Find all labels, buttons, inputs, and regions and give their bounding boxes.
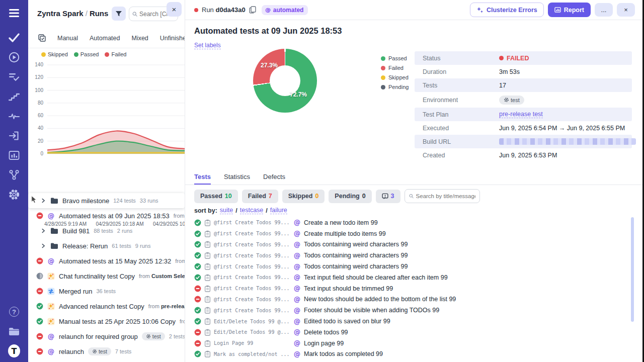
test-row[interactable]: Login Page 99@Login page 99 — [194, 338, 627, 349]
tab-tests[interactable]: Tests — [194, 173, 211, 185]
test-title[interactable]: Todos containing weird characters 99 — [304, 241, 408, 248]
test-row[interactable]: @first Create Todos 99...@Todos containi… — [194, 261, 627, 272]
tests-check-icon[interactable] — [8, 32, 20, 44]
test-plan-link[interactable]: pre-release test — [499, 111, 543, 118]
tab-unfinished[interactable]: Unfinished — [160, 35, 185, 42]
test-title[interactable]: Footer should be visible when adding TOD… — [304, 307, 439, 314]
test-row[interactable]: @first Create Todos 99...@Todos containi… — [194, 250, 627, 261]
run-list-item[interactable]: Merged run36 tests — [28, 284, 185, 299]
legend-item: Passed — [74, 51, 99, 57]
tab-defects[interactable]: Defects — [263, 173, 285, 185]
suite-name[interactable]: @first Create Todos 99... — [214, 264, 290, 269]
suite-name[interactable]: Edit/Delete Todos 99 @... — [214, 319, 290, 324]
branch-icon[interactable] — [8, 169, 20, 181]
test-title[interactable]: Delete todos 99 — [304, 329, 348, 336]
pulse-icon[interactable] — [8, 110, 20, 122]
run-folder-item[interactable]: Build 98188 tests2 runs — [28, 223, 185, 238]
suite-name[interactable]: @first Create Todos 99... — [214, 253, 290, 258]
sort-by-testcase[interactable]: testcase — [240, 207, 264, 214]
run-status-dot — [194, 8, 198, 12]
copy-run-id-icon[interactable] — [249, 6, 256, 14]
suite-name[interactable]: @first Create Todos 99... — [214, 275, 290, 280]
sign-in-icon[interactable] — [8, 130, 20, 142]
run-folder-item[interactable]: Bravo milestone124 tests33 runs — [28, 193, 185, 208]
test-row[interactable]: @first Create Todos 99...@Create multipl… — [194, 228, 627, 239]
filter-pending[interactable]: Pending0 — [329, 190, 371, 203]
suite-name[interactable]: @first Create Todos 99... — [214, 220, 290, 225]
suite-name[interactable]: @first Create Todos 99... — [214, 297, 290, 302]
filter-button[interactable] — [112, 7, 126, 21]
sort-by-suite[interactable]: suite — [220, 207, 233, 214]
test-title[interactable]: New todos should be added to the bottom … — [304, 296, 456, 303]
report-button[interactable]: Report — [548, 3, 591, 17]
app-logo[interactable]: T — [8, 345, 20, 357]
list-check-icon[interactable] — [8, 71, 20, 83]
test-list-scrollbar[interactable] — [631, 217, 634, 322]
svg-text:@: @ — [294, 296, 300, 303]
sort-by-failure[interactable]: failure — [270, 207, 287, 214]
tests-search-input[interactable] — [416, 193, 475, 199]
suite-name[interactable]: Mark as completed/not ... — [214, 351, 290, 357]
runs-play-icon[interactable] — [8, 51, 20, 63]
test-title[interactable]: Edited todo is saved on blur 99 — [304, 318, 390, 325]
run-list-item[interactable]: @relaunchtest7 tests — [28, 344, 185, 359]
test-row[interactable]: @first Create Todos 99...@Text input fie… — [194, 272, 627, 283]
run-list-item[interactable]: Manual tests at 25 Apr 2025 10:06 Copyfr… — [28, 314, 185, 329]
suite-name[interactable]: @first Create Todos 99... — [214, 308, 290, 313]
test-title[interactable]: Todos containing weird characters 99 — [304, 252, 408, 259]
set-labels-link[interactable]: Set labels — [194, 42, 221, 49]
test-title[interactable]: Text input should be trimmed 99 — [304, 285, 393, 292]
suite-name[interactable]: @first Create Todos 99... — [214, 231, 290, 236]
projects-folder-icon[interactable] — [8, 325, 20, 337]
test-row[interactable]: Edit/Delete Todos 99 @...@Edited todo is… — [194, 316, 627, 327]
test-row[interactable]: Mark as completed/not ...@Mark todos as … — [194, 349, 627, 360]
test-title[interactable]: Login page 99 — [304, 340, 344, 347]
run-list-item[interactable]: Advanced relaunch test Copyfrom pre-rele… — [28, 299, 185, 314]
run-list-item[interactable]: @relaunch for required grouptest2 tests — [28, 329, 185, 344]
run-list-item[interactable]: @Automated tests at 15 May 2025 12:32fro… — [28, 253, 185, 268]
close-run-button[interactable]: × — [617, 3, 635, 17]
environment-badge[interactable]: test — [499, 96, 524, 105]
panel-close-button[interactable]: × — [167, 2, 182, 17]
test-row[interactable]: @first Create Todos 99...@Create a new t… — [194, 217, 627, 228]
steps-icon[interactable] — [8, 90, 20, 103]
help-icon[interactable]: ? — [8, 306, 20, 318]
tab-manual[interactable]: Manual — [57, 35, 78, 42]
test-row[interactable]: @first Create Todos 99...@Footer should … — [194, 305, 627, 316]
test-title[interactable]: Todos containing weird characters 99 — [304, 263, 408, 270]
test-row[interactable]: @first Create Todos 99...@Text input sho… — [194, 283, 627, 294]
menu-icon[interactable] — [8, 7, 20, 19]
more-actions-button[interactable]: ... — [595, 3, 613, 17]
run-list-item[interactable]: Chat functinality test Copyfrom Custom S… — [28, 268, 185, 284]
test-title[interactable]: Mark todos as completed 99 — [304, 350, 383, 357]
tab-mixed[interactable]: Mixed — [131, 35, 148, 42]
test-title[interactable]: Create multiple todo items 99 — [304, 230, 386, 237]
clusterize-errors-button[interactable]: Clusterize Errors — [470, 3, 544, 17]
settings-gear-icon[interactable] — [8, 189, 20, 201]
tab-automated[interactable]: Automated — [90, 35, 120, 42]
sort-row: sort by: suite/ testcase/ failure — [194, 207, 287, 214]
test-row[interactable]: @first Create Todos 99...@Todos containi… — [194, 239, 627, 250]
project-name[interactable]: Zyntra Spark — [37, 9, 84, 18]
bar-chart-icon[interactable] — [8, 149, 20, 161]
svg-text:@: @ — [294, 339, 300, 347]
test-row[interactable]: Edit/Delete Todos 99 @...@Delete todos 9… — [194, 327, 627, 338]
run-list-item[interactable]: @Automated tests at 09 Jun 2025 18:53fro… — [28, 208, 185, 223]
filter-comments[interactable]: 3 — [376, 190, 400, 203]
legend-label: Passed — [80, 51, 99, 57]
test-title[interactable]: Text input field should be cleared after… — [304, 274, 448, 281]
suite-name[interactable]: @first Create Todos 99... — [214, 286, 290, 291]
automated-badge[interactable]: @automated — [262, 5, 308, 15]
suite-name[interactable]: Login Page 99 — [214, 340, 290, 346]
run-folder-item[interactable]: Release: Rerun61 tests9 runs — [28, 238, 185, 253]
filter-skipped[interactable]: Skipped0 — [282, 190, 325, 203]
select-all-icon[interactable] — [38, 34, 46, 42]
run-id: d0da43a0 — [215, 6, 245, 14]
test-title[interactable]: Create a new todo item 99 — [304, 219, 378, 226]
suite-name[interactable]: Edit/Delete Todos 99 @... — [214, 329, 290, 335]
suite-name[interactable]: @first Create Todos 99... — [214, 242, 290, 247]
test-row[interactable]: @first Create Todos 99...@New todos shou… — [194, 294, 627, 305]
filter-passed[interactable]: Passed10 — [194, 190, 238, 203]
tab-statistics[interactable]: Statistics — [224, 173, 250, 185]
filter-failed[interactable]: Failed7 — [242, 190, 278, 203]
